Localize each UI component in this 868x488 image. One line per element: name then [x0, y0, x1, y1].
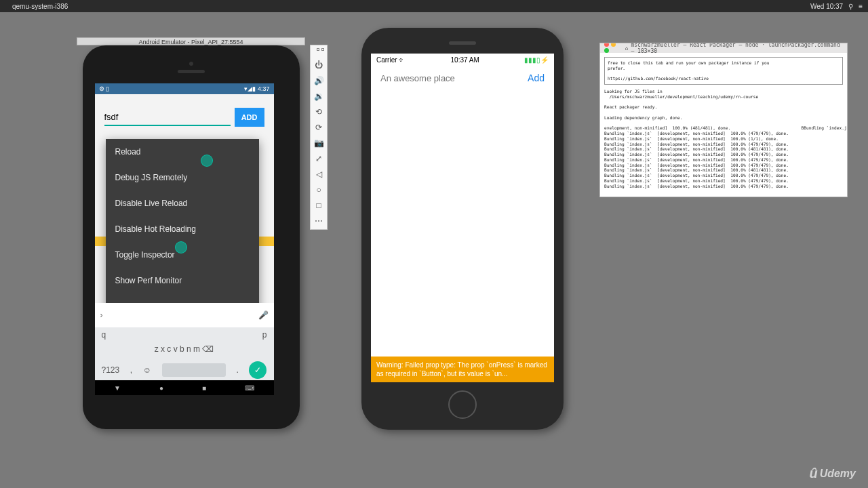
ios-speaker	[449, 41, 476, 45]
search-icon[interactable]: ⚲	[848, 3, 853, 10]
menubar-time: Wed 10:37	[810, 3, 843, 10]
key-q[interactable]: q	[102, 330, 106, 340]
battery-icon: ▮▮▮▯⚡	[524, 56, 549, 64]
back-icon[interactable]: ◁	[313, 169, 324, 180]
touch-ripple-icon	[175, 241, 187, 253]
speaker-slot	[178, 70, 205, 73]
key-p[interactable]: p	[262, 330, 267, 340]
chevron-right-icon[interactable]: ›	[100, 310, 103, 320]
rotate-right-icon[interactable]: ⟳	[313, 122, 324, 133]
android-device-frame: ⚙ ▯ ▾◢▮ 4:37 ADD Reload Debug JS Remotel…	[83, 45, 300, 429]
dev-menu-reload[interactable]: Reload	[106, 139, 259, 165]
gear-icon[interactable]: ⚙ ▯	[99, 85, 110, 92]
space-key[interactable]	[162, 363, 226, 377]
ios-status-bar: Carrier ᯤ 10:37 AM ▮▮▮▯⚡	[371, 54, 554, 66]
udemy-logo-icon: û	[809, 466, 817, 481]
android-keyboard[interactable]: › 🎤 q p z x c v b n m ⌫ ?123 , ☺ . ✓	[95, 327, 274, 380]
udemy-watermark: û Udemy	[809, 466, 856, 481]
camera-icon[interactable]: 📷	[313, 138, 324, 148]
enter-key[interactable]: ✓	[249, 361, 267, 379]
nav-back-icon[interactable]: ▼	[114, 384, 121, 392]
app-name: qemu-system-i386	[12, 3, 68, 10]
more-icon[interactable]: ⋯	[313, 216, 324, 226]
nav-home-icon[interactable]: ●	[159, 384, 163, 392]
camera-dot	[189, 62, 193, 66]
emoji-icon[interactable]: ☺	[143, 365, 151, 375]
status-time: 4:37	[258, 85, 270, 92]
mic-icon[interactable]: 🎤	[258, 310, 269, 320]
prop-type-warning[interactable]: Warning: Failed prop type: The prop `onP…	[371, 357, 554, 382]
power-icon[interactable]: ⏻	[313, 60, 324, 70]
volume-down-icon[interactable]: 🔉	[313, 91, 324, 102]
home-icon: ⌂	[625, 45, 629, 52]
menu-icon[interactable]: ≡	[859, 3, 863, 10]
android-status-bar: ⚙ ▯ ▾◢▮ 4:37	[95, 83, 274, 94]
add-button[interactable]: Add	[522, 73, 545, 83]
terminal-titlebar[interactable]: ⌂ mschwarzmueller — React Packager — nod…	[600, 43, 847, 53]
ios-screen: Carrier ᯤ 10:37 AM ▮▮▮▯⚡ Add Warning: Fa…	[371, 54, 554, 382]
carrier-label: Carrier ᯤ	[376, 56, 406, 64]
dev-menu-perf-monitor[interactable]: Show Perf Monitor	[106, 268, 259, 293]
zoom-icon[interactable]: ⤢	[313, 153, 324, 164]
emulator-title: Android Emulator - Pixel_API_27:5554	[77, 37, 305, 45]
touch-ripple-icon	[201, 155, 213, 167]
android-screen: ⚙ ▯ ▾◢▮ 4:37 ADD Reload Debug JS Remotel…	[95, 83, 274, 395]
terminal-output: Looking for JS files in /Users/mschwarzm…	[604, 89, 848, 188]
symbols-key[interactable]: ?123	[102, 365, 120, 375]
overview-icon[interactable]: □	[313, 200, 324, 211]
place-input[interactable]	[104, 109, 231, 126]
dev-menu-debug-js[interactable]: Debug JS Remotely	[106, 165, 259, 190]
dev-menu-disable-hot-reload[interactable]: Disable Hot Reloading	[106, 216, 259, 242]
keyboard-row[interactable]: z x c v b n m ⌫	[95, 342, 274, 356]
add-button[interactable]: ADD	[235, 108, 264, 127]
ios-time: 10:37 AM	[451, 56, 479, 64]
terminal-title: mschwarzmueller — React Packager — node …	[631, 43, 843, 54]
android-nav-bar: ▼ ● ■ ⌨	[95, 380, 274, 395]
place-input[interactable]	[380, 73, 522, 83]
nav-keyboard-icon[interactable]: ⌨	[245, 384, 254, 392]
rotate-left-icon[interactable]: ⟲	[313, 106, 324, 117]
macos-menubar: qemu-system-i386 Wed 10:37 ⚲ ≡	[0, 0, 868, 12]
keyboard-suggestion-bar[interactable]: › 🎤	[95, 303, 274, 327]
home-button[interactable]	[448, 390, 477, 419]
home-icon[interactable]: ○	[313, 184, 324, 195]
volume-up-icon[interactable]: 🔊	[313, 75, 324, 86]
emulator-window-controls[interactable]	[311, 48, 326, 55]
android-emulator-window: Android Emulator - Pixel_API_27:5554 ⚙ ▯…	[77, 37, 305, 429]
terminal-body[interactable]: free to close this tab and run your own …	[600, 53, 847, 192]
dev-menu-disable-live-reload[interactable]: Disable Live Reload	[106, 190, 259, 216]
emulator-toolbar: ⏻ 🔊 🔉 ⟲ ⟳ 📷 ⤢ ◁ ○ □ ⋯	[310, 45, 328, 230]
terminal-window: ⌂ mschwarzmueller — React Packager — nod…	[599, 43, 848, 197]
ios-simulator-frame: Carrier ᯤ 10:37 AM ▮▮▮▯⚡ Add Warning: Fa…	[361, 28, 564, 430]
nav-recent-icon[interactable]: ■	[202, 384, 206, 392]
